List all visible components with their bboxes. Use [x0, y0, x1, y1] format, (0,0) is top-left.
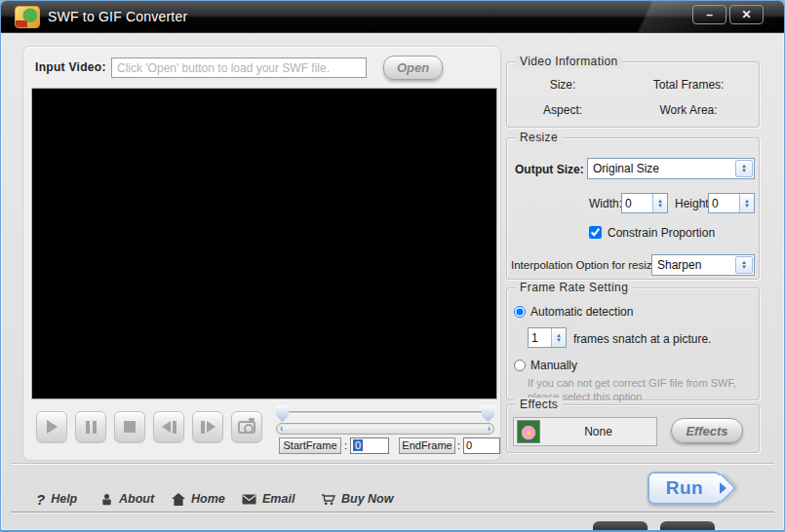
manual-note-line1: If you can not get correct GIF file from…	[528, 376, 736, 390]
envelope-icon	[242, 494, 256, 505]
size-label: Size:	[507, 78, 618, 92]
manually-radio[interactable]	[514, 360, 526, 371]
start-frame-value: 0	[353, 439, 363, 451]
interpolation-label: Interpolation Option for resize:	[511, 259, 661, 271]
resize-title: Resize	[515, 131, 563, 144]
minimize-button[interactable]: –	[692, 5, 726, 24]
interpolation-dropdown-icon[interactable]: ▲ ▼	[735, 256, 753, 274]
width-spin-icon[interactable]: ▲ ▼	[652, 194, 667, 212]
width-stepper: ▲ ▼	[621, 193, 668, 213]
buy-now-label: Buy Now	[341, 492, 393, 506]
input-video-label: Input Video:	[35, 60, 106, 74]
manually-label: Manually	[530, 359, 577, 372]
about-link[interactable]: About	[100, 488, 154, 510]
footer-separator	[11, 463, 774, 465]
home-label: Home	[191, 492, 225, 506]
video-preview-area	[31, 88, 497, 399]
previous-frame-icon	[162, 421, 177, 434]
title-bar[interactable]: SWF to GIF Converter – ✕	[1, 1, 784, 33]
trough-left-icon: ‹	[280, 424, 283, 434]
constrain-proportion-checkbox[interactable]	[589, 226, 602, 239]
email-label: Email	[262, 492, 294, 506]
cart-icon	[321, 493, 335, 506]
next-frame-icon	[201, 421, 216, 434]
height-label: Height:	[675, 197, 712, 210]
frame-rate-group: Frame Rate Setting Automatic detection ▲…	[506, 287, 760, 400]
help-link[interactable]: ? Help	[36, 488, 77, 510]
camera-icon	[238, 421, 255, 434]
height-stepper: ▲ ▼	[708, 193, 755, 213]
frame-rate-title: Frame Rate Setting	[515, 281, 633, 294]
automatic-detection-label: Automatic detection	[530, 305, 633, 319]
start-frame-slider-handle[interactable]	[276, 405, 289, 422]
frames-spin-icon[interactable]: ▲ ▼	[551, 328, 566, 347]
output-size-dropdown-icon[interactable]: ▲ ▼	[735, 160, 753, 177]
minimize-icon: –	[706, 8, 713, 21]
width-label: Width:	[589, 197, 622, 210]
start-frame-label[interactable]: StartFrame	[279, 437, 341, 454]
current-effect-value: None	[540, 425, 656, 438]
frame-range-slider: ‹ ›	[276, 405, 494, 435]
trough-right-icon: ›	[488, 424, 491, 434]
frame-range-inputs: StartFrame : 0 EndFrame : 0	[23, 437, 502, 457]
play-icon	[47, 420, 58, 434]
footer-underline	[11, 512, 774, 513]
frames-caption: frames snatch at a picture.	[573, 332, 711, 346]
app-icon	[15, 6, 40, 28]
frames-stepper: ▲ ▼	[528, 327, 567, 348]
start-frame-input[interactable]: 0	[350, 437, 389, 454]
effects-button[interactable]: Effects	[671, 418, 743, 443]
interpolation-select[interactable]: Sharpen ▲ ▼	[651, 254, 755, 276]
help-icon: ?	[36, 491, 45, 508]
close-icon: ✕	[741, 8, 751, 21]
end-frame-input[interactable]: 0	[463, 437, 500, 454]
close-button[interactable]: ✕	[729, 5, 764, 24]
video-information-title: Video Information	[515, 55, 623, 68]
progress-trough[interactable]: ‹ ›	[276, 423, 494, 435]
output-size-value: Original Size	[588, 162, 659, 175]
start-frame-colon: :	[344, 439, 347, 451]
constrain-proportion-label: Constrain Proportion	[608, 226, 715, 240]
output-size-label: Output Size:	[515, 163, 584, 176]
window-title: SWF to GIF Converter	[48, 1, 187, 33]
about-label: About	[119, 492, 154, 506]
pause-icon	[86, 421, 97, 434]
frames-input[interactable]	[529, 328, 551, 347]
effect-thumbnail-icon	[517, 420, 540, 443]
end-frame-colon: :	[457, 439, 460, 451]
aspect-label: Aspect:	[507, 103, 618, 117]
person-icon	[100, 493, 113, 506]
interpolation-value: Sharpen	[652, 258, 701, 272]
input-video-field[interactable]	[111, 57, 367, 78]
effects-title: Effects	[515, 398, 563, 411]
run-arrow-icon[interactable]	[720, 482, 726, 494]
window-foot-right	[660, 521, 715, 531]
home-icon	[172, 493, 185, 506]
home-link[interactable]: Home	[172, 488, 225, 510]
height-input[interactable]	[709, 194, 739, 212]
automatic-detection-radio[interactable]	[514, 306, 526, 318]
video-information-group: Video Information Size: Total Frames: As…	[506, 61, 760, 128]
output-size-select[interactable]: Original Size ▲ ▼	[587, 158, 755, 179]
app-window: SWF to GIF Converter – ✕ Input Video: Op…	[0, 0, 785, 532]
current-effect-box: None	[513, 417, 657, 446]
end-frame-slider-handle[interactable]	[482, 405, 494, 422]
buy-now-link[interactable]: Buy Now	[321, 488, 393, 510]
preview-panel: Input Video: Open ‹ › StartFrame : 0 End…	[22, 46, 501, 461]
email-link[interactable]: Email	[242, 488, 294, 510]
help-label: Help	[51, 492, 77, 506]
total-frames-label: Total Frames:	[618, 78, 759, 92]
end-frame-label[interactable]: EndFrame	[399, 437, 455, 454]
open-button[interactable]: Open	[383, 56, 443, 80]
run-label: Run	[666, 477, 703, 499]
effects-group: Effects None Effects	[506, 404, 760, 453]
work-area-label: Work Area:	[618, 103, 759, 117]
swf-badge	[16, 20, 27, 27]
width-input[interactable]	[622, 194, 652, 212]
height-spin-icon[interactable]: ▲ ▼	[739, 194, 754, 212]
resize-group: Resize Output Size: Original Size ▲ ▼ Wi…	[506, 137, 760, 280]
window-foot-left	[593, 521, 648, 531]
stop-icon	[124, 421, 136, 433]
slider-track	[280, 411, 491, 414]
